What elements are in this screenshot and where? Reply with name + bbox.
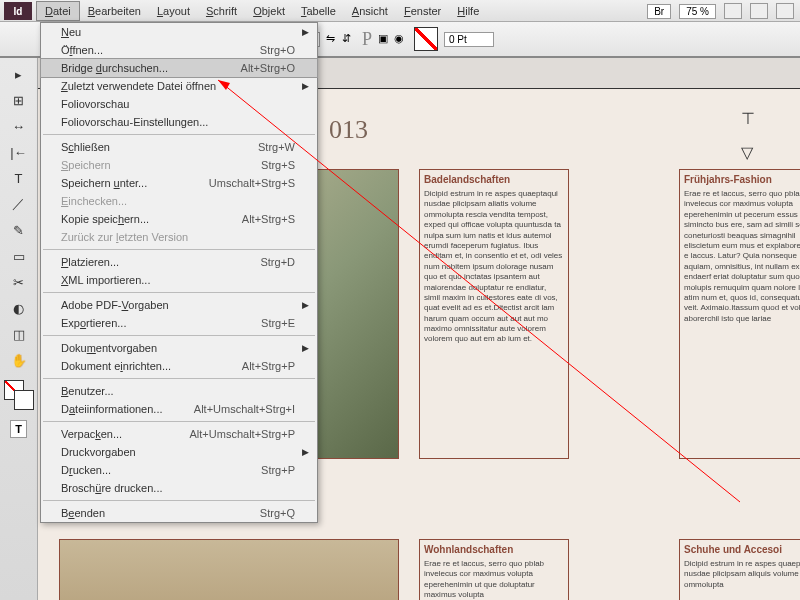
menu-item[interactable]: Adobe PDF-Vorgaben▶: [41, 296, 317, 314]
zoom-field[interactable]: 75 %: [679, 4, 716, 19]
menu-ansicht[interactable]: Ansicht: [344, 2, 396, 20]
flip-v-icon[interactable]: ⇵: [342, 32, 356, 46]
menu-item[interactable]: XML importieren...: [41, 271, 317, 289]
menu-item[interactable]: Speichern unter...Umschalt+Strg+S: [41, 174, 317, 192]
heading: Frühjahrs-Fashion: [684, 174, 800, 185]
image-frame-2[interactable]: [59, 539, 399, 600]
page-title: 013: [329, 115, 368, 145]
heading: Wohnlandschaften: [424, 544, 564, 555]
text-frame-2[interactable]: Frühjahrs-Fashion Erae re et laccus, ser…: [679, 169, 800, 459]
tool-10[interactable]: ◫: [4, 322, 34, 346]
color-selector[interactable]: [4, 380, 34, 410]
tool-4[interactable]: T: [4, 166, 34, 190]
tool-0[interactable]: ▸: [4, 62, 34, 86]
body-text: Erae re et laccus, serro quo pblab invel…: [424, 559, 564, 600]
menu-item[interactable]: Dokumentvorgaben▶: [41, 339, 317, 357]
menu-layout[interactable]: Layout: [149, 2, 198, 20]
menu-fenster[interactable]: Fenster: [396, 2, 449, 20]
fill-swatch[interactable]: [414, 27, 438, 51]
tool-1[interactable]: ⊞: [4, 88, 34, 112]
menu-item[interactable]: Drucken...Strg+P: [41, 461, 317, 479]
text-frame-3[interactable]: Wohnlandschaften Erae re et laccus, serr…: [419, 539, 569, 600]
menu-item[interactable]: Broschüre drucken...: [41, 479, 317, 497]
body-text: Erae re et laccus, serro quo pblab invel…: [684, 189, 800, 324]
arrange-icon[interactable]: [776, 3, 794, 19]
body-text: Dicipid estrum in re aspes quaeptaqui nu…: [684, 559, 800, 590]
menu-item[interactable]: Platzieren...Strg+D: [41, 253, 317, 271]
body-text: Dicipid estrum in re aspes quaeptaqui nu…: [424, 189, 564, 345]
select-container-icon[interactable]: ▣: [378, 32, 392, 46]
tool-6[interactable]: ✎: [4, 218, 34, 242]
menu-item[interactable]: Exportieren...Strg+E: [41, 314, 317, 332]
app-logo: Id: [4, 2, 32, 20]
tool-7[interactable]: ▭: [4, 244, 34, 268]
menu-item: Einchecken...: [41, 192, 317, 210]
menu-bearbeiten[interactable]: Bearbeiten: [80, 2, 149, 20]
tools-panel: ▸⊞↔|←T／✎▭✂◐◫✋T: [0, 58, 38, 600]
menu-objekt[interactable]: Objekt: [245, 2, 293, 20]
menu-item: SpeichernStrg+S: [41, 156, 317, 174]
type-tool-indicator: T: [10, 420, 27, 438]
tool-3[interactable]: |←: [4, 140, 34, 164]
screen-mode-icon[interactable]: [750, 3, 768, 19]
menu-item[interactable]: Druckvorgaben▶: [41, 443, 317, 461]
menu-item[interactable]: Verpacken...Alt+Umschalt+Strg+P: [41, 425, 317, 443]
file-menu-dropdown: Neu▶Öffnen...Strg+OBridge durchsuchen...…: [40, 22, 318, 523]
menu-item: Zurück zur letzten Version: [41, 228, 317, 246]
tool-8[interactable]: ✂: [4, 270, 34, 294]
tool-5[interactable]: ／: [4, 192, 34, 216]
menu-item[interactable]: Foliovorschau-Einstellungen...: [41, 113, 317, 131]
pagemark-bottom: ▽: [741, 143, 753, 162]
tool-9[interactable]: ◐: [4, 296, 34, 320]
text-frame-1[interactable]: Badelandschaften Dicipid estrum in re as…: [419, 169, 569, 459]
stroke-weight-field[interactable]: 0 Pt: [444, 32, 494, 47]
pagemark-top: ⊤: [741, 109, 755, 128]
menu-item[interactable]: Bridge durchsuchen...Alt+Strg+O: [41, 59, 317, 77]
bridge-button[interactable]: Br: [647, 4, 671, 19]
tool-2[interactable]: ↔: [4, 114, 34, 138]
heading: Badelandschaften: [424, 174, 564, 185]
menu-item[interactable]: Dateiinformationen...Alt+Umschalt+Strg+I: [41, 400, 317, 418]
menu-item[interactable]: Foliovorschau: [41, 95, 317, 113]
menu-hilfe[interactable]: Hilfe: [449, 2, 487, 20]
menu-item[interactable]: Zuletzt verwendete Datei öffnen▶: [41, 77, 317, 95]
flip-h-icon[interactable]: ⇋: [326, 32, 340, 46]
text-frame-4[interactable]: Schuhe und Accesoi Dicipid estrum in re …: [679, 539, 800, 600]
menu-item[interactable]: Benutzer...: [41, 382, 317, 400]
menu-item[interactable]: BeendenStrg+Q: [41, 504, 317, 522]
menu-item[interactable]: Kopie speichern...Alt+Strg+S: [41, 210, 317, 228]
view-options-icon[interactable]: [724, 3, 742, 19]
select-content-icon[interactable]: ◉: [394, 32, 408, 46]
menu-item[interactable]: SchließenStrg+W: [41, 138, 317, 156]
menu-tabelle[interactable]: Tabelle: [293, 2, 344, 20]
menu-schrift[interactable]: Schrift: [198, 2, 245, 20]
menu-item[interactable]: Neu▶: [41, 23, 317, 41]
menu-item[interactable]: Dokument einrichten...Alt+Strg+P: [41, 357, 317, 375]
menu-item[interactable]: Öffnen...Strg+O: [41, 41, 317, 59]
heading: Schuhe und Accesoi: [684, 544, 800, 555]
top-controls: Br 75 %: [647, 0, 794, 22]
tool-11[interactable]: ✋: [4, 348, 34, 372]
menu-datei[interactable]: Datei: [36, 1, 80, 21]
